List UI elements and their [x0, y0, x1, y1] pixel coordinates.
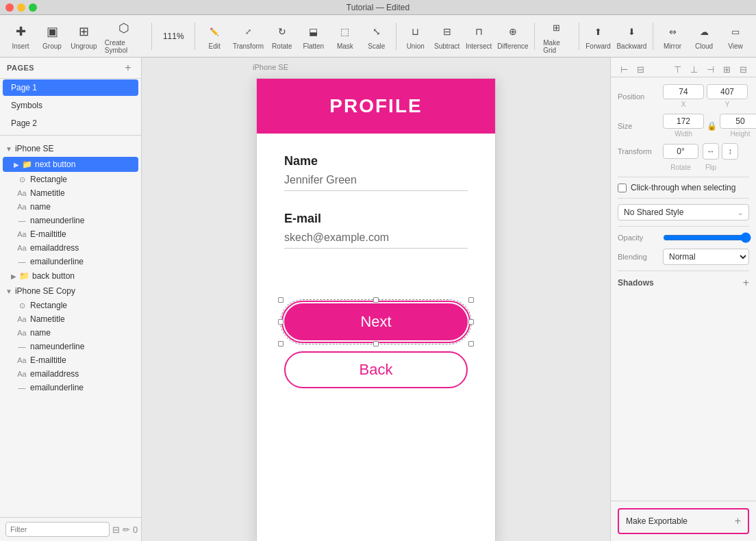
zoom-display[interactable]: 111% — [156, 30, 190, 42]
width-input[interactable] — [663, 114, 704, 129]
toolbar-separator-2 — [194, 23, 195, 50]
flatten-button[interactable]: ⬓ Flatten — [299, 19, 329, 53]
rotate-button[interactable]: ↻ Rotate — [267, 19, 297, 53]
minimize-button[interactable] — [17, 3, 25, 12]
layer-nameunderline-1[interactable]: — nameunderline — [0, 214, 141, 227]
phone-content: Name Jennifer Green E-mail skech@example… — [257, 134, 495, 290]
flip-vertical-button[interactable]: ↕ — [722, 143, 738, 160]
flip-horizontal-button[interactable]: ↔ — [703, 143, 719, 160]
union-icon: ⊔ — [406, 22, 425, 41]
sidebar-bottom-icons: ⊟ ✏ 0 — [112, 525, 138, 535]
x-group: X — [663, 84, 704, 108]
size-section: Size Width 🔒 Height — [618, 114, 749, 138]
filter-input[interactable] — [5, 522, 110, 537]
next-button-canvas[interactable]: Next — [284, 303, 468, 340]
handle-bottom-left[interactable] — [278, 341, 284, 347]
layer-nametitle-1[interactable]: Aa Nametitle — [0, 186, 141, 200]
handle-bottom-middle[interactable] — [373, 341, 379, 347]
back-button-group[interactable]: ▶ 📁 back button — [0, 268, 141, 284]
panel-divider-4 — [618, 270, 749, 271]
align-left-icon[interactable]: ⊢ — [616, 62, 631, 77]
maximize-button[interactable] — [29, 3, 37, 12]
layer-emailunderline-1[interactable]: — emailunderline — [0, 255, 141, 268]
layer-nametitle-2[interactable]: Aa Nametitle — [0, 312, 141, 326]
intersect-button[interactable]: ⊓ Intersect — [464, 19, 494, 53]
x-input[interactable] — [663, 84, 704, 99]
toolbar-separator-3 — [396, 23, 396, 50]
align-center-h-icon[interactable]: ⊟ — [633, 62, 648, 77]
align-top-icon[interactable]: ⊤ — [670, 62, 685, 77]
insert-button[interactable]: ✚ Insert — [5, 19, 36, 53]
mirror-button[interactable]: ⇔ Mirror — [657, 19, 688, 53]
sidebar-item-symbols[interactable]: Symbols — [3, 97, 138, 114]
window-controls[interactable] — [5, 3, 37, 12]
view-icon: ▭ — [726, 22, 745, 41]
layer-emailtitle-2[interactable]: Aa E-mailtitle — [0, 353, 141, 367]
union-button[interactable]: ⊔ Union — [401, 19, 431, 53]
edit-button[interactable]: ✏️ Edit — [199, 19, 229, 53]
rotate-label: Rotate — [663, 164, 698, 171]
backward-button[interactable]: ⬇ Backward — [615, 19, 649, 53]
shared-style-row[interactable]: No Shared Style ⌄ — [618, 204, 749, 221]
add-shadow-button[interactable]: + — [743, 277, 749, 289]
distribute-v-icon[interactable]: ⊟ — [735, 62, 751, 77]
section-iphone-se-copy[interactable]: ▼ iPhone SE Copy — [0, 284, 141, 299]
add-exportable-button[interactable]: + — [735, 515, 741, 527]
forward-icon: ⬆ — [589, 22, 608, 41]
layer-emailunderline-2[interactable]: — emailunderline — [0, 381, 141, 394]
subtract-button[interactable]: ⊟ Subtract — [432, 19, 462, 53]
make-exportable-container[interactable]: Make Exportable + — [618, 508, 749, 534]
handle-top-right[interactable] — [468, 297, 474, 303]
layer-nameunderline-2[interactable]: — nameunderline — [0, 340, 141, 353]
sidebar-item-page2[interactable]: Page 2 — [3, 115, 138, 131]
handle-top-left[interactable] — [278, 297, 284, 303]
layer-name-1[interactable]: Aa name — [0, 200, 141, 214]
add-page-button[interactable]: + — [122, 62, 134, 74]
distribute-h-icon[interactable]: ⊞ — [719, 62, 734, 77]
next-button-group[interactable]: ▶ 📁 next button — [3, 157, 138, 172]
rotate-input[interactable] — [663, 144, 698, 159]
handle-middle-right[interactable] — [468, 319, 474, 325]
height-input[interactable] — [720, 114, 756, 129]
close-button[interactable] — [5, 3, 14, 12]
scale-button[interactable]: ⤡ Scale — [362, 19, 392, 53]
sidebar-item-page1[interactable]: Page 1 — [3, 79, 138, 96]
symbol-icon-2: ⊙ — [16, 301, 27, 310]
layer-rectangle-2[interactable]: ⊙ Rectangle — [0, 299, 141, 312]
layer-name-2[interactable]: Aa name — [0, 326, 141, 340]
handle-top-middle[interactable] — [373, 297, 379, 303]
window-title: Tutorial — Edited — [346, 3, 410, 12]
lock-icon[interactable]: 🔒 — [707, 121, 717, 131]
layer-rectangle-1[interactable]: ⊙ Rectangle — [0, 173, 141, 186]
create-symbol-button[interactable]: ⬡ Create Symbol — [101, 16, 148, 57]
opacity-slider[interactable] — [663, 232, 751, 243]
edit-layers-icon[interactable]: ✏ — [123, 525, 130, 535]
blending-select[interactable]: Normal — [663, 249, 749, 265]
difference-button[interactable]: ⊕ Difference — [496, 19, 531, 53]
cloud-button[interactable]: ☁ Cloud — [689, 19, 719, 53]
mask-button[interactable]: ⬚ Mask — [330, 19, 360, 53]
name-field: Name Jennifer Green — [284, 154, 468, 191]
shared-style-dropdown[interactable]: No Shared Style ⌄ — [618, 204, 749, 221]
group-button[interactable]: ▣ Group — [37, 19, 67, 53]
click-through-checkbox[interactable] — [618, 184, 627, 192]
layer-emailaddress-2[interactable]: Aa emailaddress — [0, 367, 141, 381]
handle-bottom-right[interactable] — [468, 341, 474, 347]
make-exportable-bar[interactable]: Make Exportable + — [611, 501, 756, 541]
handle-middle-left[interactable] — [278, 319, 284, 325]
layer-emailtitle-1[interactable]: Aa E-mailtitle — [0, 227, 141, 241]
back-button-canvas[interactable]: Back — [284, 351, 468, 388]
view-button[interactable]: ▭ View — [720, 19, 751, 53]
layer-emailaddress-1[interactable]: Aa emailaddress — [0, 241, 141, 255]
section-iphone-se[interactable]: ▼ iPhone SE — [0, 141, 141, 156]
transform-button[interactable]: ⤢ Transform — [231, 19, 266, 53]
align-middle-icon[interactable]: ⊥ — [686, 62, 701, 77]
layers-icon[interactable]: ⊟ — [112, 525, 120, 535]
shared-style-section: No Shared Style ⌄ — [618, 204, 749, 221]
y-input[interactable] — [707, 84, 748, 99]
make-grid-button[interactable]: ⊞ Make Grid — [539, 16, 574, 57]
forward-button[interactable]: ⬆ Forward — [583, 19, 614, 53]
ungroup-button[interactable]: ⊞ Ungroup — [68, 19, 99, 53]
canvas[interactable]: iPhone SE PROFILE Name Jennifer Green E-… — [142, 58, 610, 541]
align-right-icon[interactable]: ⊣ — [703, 62, 718, 77]
